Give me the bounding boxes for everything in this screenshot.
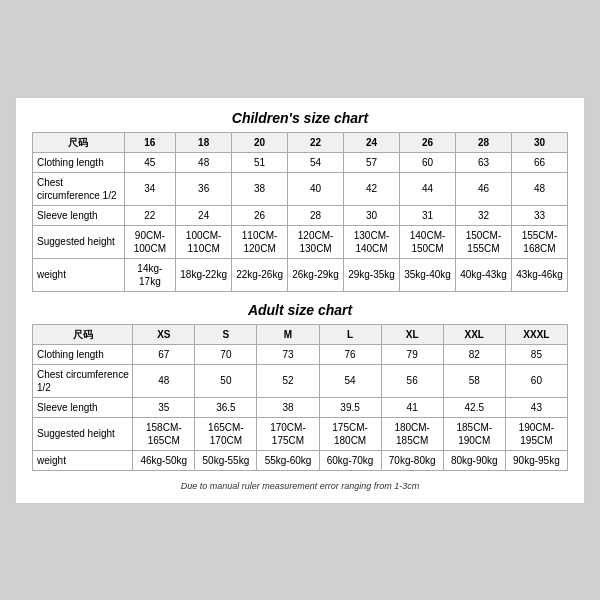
cell-value: 26 — [232, 205, 288, 225]
table-row: Chest circumference 1/23436384042444648 — [33, 172, 568, 205]
cell-value: 42 — [344, 172, 400, 205]
row-label: Sleeve length — [33, 205, 125, 225]
size-chart-card: Children's size chart 尺码1618202224262830… — [15, 97, 585, 504]
cell-value: 35kg-40kg — [400, 258, 456, 291]
adult-size-table: 尺码XSSMLXLXXLXXXL Clothing length67707376… — [32, 324, 568, 471]
table-row: Clothing length4548515457606366 — [33, 152, 568, 172]
cell-value: 32 — [456, 205, 512, 225]
cell-value: 50kg-55kg — [195, 450, 257, 470]
children-size-table: 尺码1618202224262830 Clothing length454851… — [32, 132, 568, 292]
adult-col-header: L — [319, 324, 381, 344]
cell-value: 63 — [456, 152, 512, 172]
cell-value: 14kg-17kg — [124, 258, 176, 291]
cell-value: 90CM-100CM — [124, 225, 176, 258]
cell-value: 56 — [381, 364, 443, 397]
cell-value: 130CM-140CM — [344, 225, 400, 258]
row-label: weight — [33, 258, 125, 291]
children-col-header: 22 — [288, 132, 344, 152]
adult-chart-title: Adult size chart — [32, 302, 568, 318]
cell-value: 22kg-26kg — [232, 258, 288, 291]
table-row: Chest circumference 1/248505254565860 — [33, 364, 568, 397]
cell-value: 39.5 — [319, 397, 381, 417]
cell-value: 85 — [505, 344, 567, 364]
adult-col-header: XXL — [443, 324, 505, 344]
adult-col-header: M — [257, 324, 319, 344]
cell-value: 150CM-155CM — [456, 225, 512, 258]
cell-value: 190CM-195CM — [505, 417, 567, 450]
row-label: Clothing length — [33, 152, 125, 172]
cell-value: 38 — [257, 397, 319, 417]
row-label: Clothing length — [33, 344, 133, 364]
cell-value: 100CM-110CM — [176, 225, 232, 258]
table-row: Suggested height158CM-165CM165CM-170CM17… — [33, 417, 568, 450]
row-label: weight — [33, 450, 133, 470]
cell-value: 158CM-165CM — [133, 417, 195, 450]
footer-note: Due to manual ruler measurement error ra… — [32, 481, 568, 491]
cell-value: 60 — [505, 364, 567, 397]
cell-value: 46kg-50kg — [133, 450, 195, 470]
cell-value: 29kg-35kg — [344, 258, 400, 291]
cell-value: 51 — [232, 152, 288, 172]
cell-value: 54 — [319, 364, 381, 397]
cell-value: 40 — [288, 172, 344, 205]
row-label: Chest circumference 1/2 — [33, 172, 125, 205]
cell-value: 36 — [176, 172, 232, 205]
cell-value: 24 — [176, 205, 232, 225]
cell-value: 45 — [124, 152, 176, 172]
cell-value: 31 — [400, 205, 456, 225]
table-row: Sleeve length2224262830313233 — [33, 205, 568, 225]
cell-value: 35 — [133, 397, 195, 417]
cell-value: 80kg-90kg — [443, 450, 505, 470]
cell-value: 82 — [443, 344, 505, 364]
cell-value: 110CM-120CM — [232, 225, 288, 258]
cell-value: 76 — [319, 344, 381, 364]
cell-value: 185CM-190CM — [443, 417, 505, 450]
cell-value: 48 — [133, 364, 195, 397]
table-row: weight14kg-17kg18kg-22kg22kg-26kg26kg-29… — [33, 258, 568, 291]
cell-value: 38 — [232, 172, 288, 205]
cell-value: 50 — [195, 364, 257, 397]
cell-value: 55kg-60kg — [257, 450, 319, 470]
cell-value: 36.5 — [195, 397, 257, 417]
cell-value: 41 — [381, 397, 443, 417]
cell-value: 43kg-46kg — [511, 258, 567, 291]
adult-col-header: S — [195, 324, 257, 344]
cell-value: 40kg-43kg — [456, 258, 512, 291]
cell-value: 44 — [400, 172, 456, 205]
cell-value: 165CM-170CM — [195, 417, 257, 450]
table-row: Clothing length67707376798285 — [33, 344, 568, 364]
cell-value: 43 — [505, 397, 567, 417]
cell-value: 42.5 — [443, 397, 505, 417]
children-col-header: 30 — [511, 132, 567, 152]
cell-value: 22 — [124, 205, 176, 225]
cell-value: 46 — [456, 172, 512, 205]
cell-value: 175CM-180CM — [319, 417, 381, 450]
children-col-header: 尺码 — [33, 132, 125, 152]
cell-value: 54 — [288, 152, 344, 172]
adult-col-header: 尺码 — [33, 324, 133, 344]
adult-col-header: XS — [133, 324, 195, 344]
cell-value: 58 — [443, 364, 505, 397]
children-col-header: 18 — [176, 132, 232, 152]
cell-value: 73 — [257, 344, 319, 364]
table-row: weight46kg-50kg50kg-55kg55kg-60kg60kg-70… — [33, 450, 568, 470]
children-col-header: 16 — [124, 132, 176, 152]
cell-value: 48 — [176, 152, 232, 172]
cell-value: 120CM-130CM — [288, 225, 344, 258]
children-col-header: 24 — [344, 132, 400, 152]
cell-value: 140CM-150CM — [400, 225, 456, 258]
cell-value: 34 — [124, 172, 176, 205]
children-col-header: 20 — [232, 132, 288, 152]
cell-value: 70 — [195, 344, 257, 364]
table-row: Sleeve length3536.53839.54142.543 — [33, 397, 568, 417]
adult-col-header: XL — [381, 324, 443, 344]
row-label: Suggested height — [33, 417, 133, 450]
children-col-header: 28 — [456, 132, 512, 152]
cell-value: 155CM-168CM — [511, 225, 567, 258]
adult-col-header: XXXL — [505, 324, 567, 344]
children-chart-title: Children's size chart — [32, 110, 568, 126]
cell-value: 170CM-175CM — [257, 417, 319, 450]
cell-value: 28 — [288, 205, 344, 225]
cell-value: 67 — [133, 344, 195, 364]
row-label: Chest circumference 1/2 — [33, 364, 133, 397]
